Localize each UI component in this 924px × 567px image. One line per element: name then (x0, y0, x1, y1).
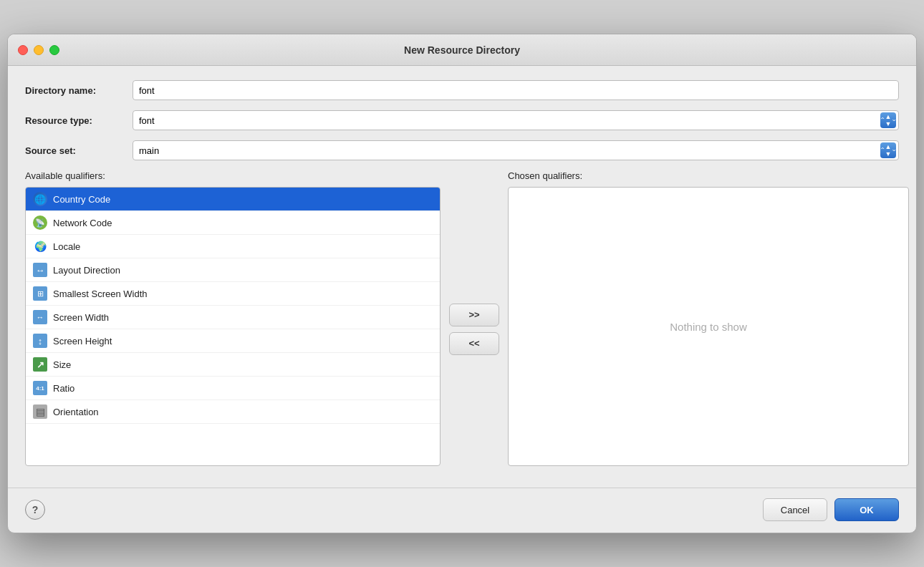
locale-icon: 🌍 (33, 239, 47, 253)
screen-height-icon: ↕ (33, 334, 47, 348)
footer-action-buttons: Cancel OK (763, 498, 899, 521)
size-arrow-icon: ↗ (37, 359, 44, 370)
list-item-size[interactable]: ↗ Size (26, 353, 440, 377)
directory-name-row: Directory name: (25, 80, 899, 100)
orientation-icon: ▤ (33, 404, 47, 419)
transfer-buttons: >> << (449, 170, 499, 466)
source-set-select-wrapper: main test androidTest ▲ ▼ (133, 140, 899, 160)
layout-direction-icon: ↔ (33, 263, 47, 277)
source-set-select[interactable]: main test androidTest (133, 140, 899, 160)
height-icon: ↕ (38, 336, 43, 346)
network-icon: 📡 (35, 218, 45, 228)
chosen-qualifiers-list: Nothing to show (508, 187, 909, 466)
size-icon: ↗ (33, 357, 47, 372)
available-qualifiers-panel: Available qualifiers: 🌐 Country Code 📡 (25, 170, 441, 466)
list-item-label-screen-height: Screen Height (53, 336, 112, 346)
remove-qualifier-button[interactable]: << (449, 332, 499, 355)
orientation-symbol-icon: ▤ (36, 406, 45, 417)
list-item-label-orientation: Orientation (53, 407, 99, 417)
source-set-row: Source set: main test androidTest ▲ ▼ (25, 140, 899, 160)
resource-type-label: Resource type: (25, 115, 133, 126)
list-item-label-locale: Locale (53, 241, 80, 252)
close-button[interactable] (18, 45, 28, 55)
list-item-orientation[interactable]: ▤ Orientation (26, 400, 440, 424)
list-item-label-country-code: Country Code (53, 194, 110, 205)
available-qualifiers-list[interactable]: 🌐 Country Code 📡 Network Code (25, 187, 441, 466)
add-qualifier-button[interactable]: >> (449, 304, 499, 326)
maximize-button[interactable] (49, 45, 59, 55)
list-item-screen-height[interactable]: ↕ Screen Height (26, 329, 440, 353)
nothing-to-show-text: Nothing to show (670, 321, 747, 333)
directory-name-input[interactable] (133, 80, 899, 100)
dialog: New Resource Directory Directory name: R… (7, 34, 917, 533)
title-bar-buttons (18, 45, 59, 55)
ratio-label-icon: 4:1 (36, 385, 44, 392)
source-set-label: Source set: (25, 145, 133, 156)
list-item-label-smallest-screen-width: Smallest Screen Width (53, 289, 148, 299)
width-icon: ↔ (37, 313, 44, 321)
list-item-locale[interactable]: 🌍 Locale (26, 235, 440, 258)
dialog-title: New Resource Directory (404, 44, 520, 56)
list-item-label-screen-width: Screen Width (53, 312, 109, 323)
available-qualifiers-label: Available qualifiers: (25, 170, 441, 181)
list-item-screen-width[interactable]: ↔ Screen Width (26, 306, 440, 329)
arrows-horizontal-icon: ↔ (36, 265, 45, 276)
list-item-label-ratio: Ratio (53, 383, 74, 394)
dialog-content: Directory name: Resource type: font layo… (8, 66, 916, 480)
directory-name-label: Directory name: (25, 85, 133, 96)
smallest-screen-width-icon: ⊞ (33, 286, 47, 301)
cancel-button[interactable]: Cancel (763, 498, 827, 521)
resource-type-select-wrapper: font layout drawable mipmap menu raw val… (133, 110, 899, 130)
globe-icon: 🌍 (34, 241, 47, 252)
dialog-footer: ? Cancel OK (8, 488, 916, 533)
globe-selected-icon: 🌐 (34, 194, 46, 205)
chosen-qualifiers-label: Chosen qualifiers: (508, 170, 909, 181)
help-button[interactable]: ? (25, 500, 45, 520)
list-item-smallest-screen-width[interactable]: ⊞ Smallest Screen Width (26, 282, 440, 306)
list-item-label-layout-direction: Layout Direction (53, 265, 120, 276)
minimize-button[interactable] (34, 45, 44, 55)
ratio-icon: 4:1 (33, 381, 47, 395)
country-code-icon: 🌐 (33, 192, 47, 206)
ok-button[interactable]: OK (834, 498, 899, 521)
list-item-label-network-code: Network Code (53, 218, 112, 228)
list-item-layout-direction[interactable]: ↔ Layout Direction (26, 258, 440, 282)
list-item-label-size: Size (53, 359, 71, 370)
list-item-network-code[interactable]: 📡 Network Code (26, 211, 440, 235)
qualifiers-section: Available qualifiers: 🌐 Country Code 📡 (25, 170, 899, 466)
resource-type-select[interactable]: font layout drawable mipmap menu raw val… (133, 110, 899, 130)
list-item-ratio[interactable]: 4:1 Ratio (26, 377, 440, 400)
screen-width-icon: ↔ (33, 310, 47, 324)
resource-type-row: Resource type: font layout drawable mipm… (25, 110, 899, 130)
title-bar: New Resource Directory (8, 34, 916, 66)
network-code-icon: 📡 (33, 215, 47, 230)
resize-icon: ⊞ (37, 289, 44, 299)
list-item-country-code[interactable]: 🌐 Country Code (26, 188, 440, 211)
chosen-qualifiers-panel: Chosen qualifiers: Nothing to show (508, 170, 909, 466)
